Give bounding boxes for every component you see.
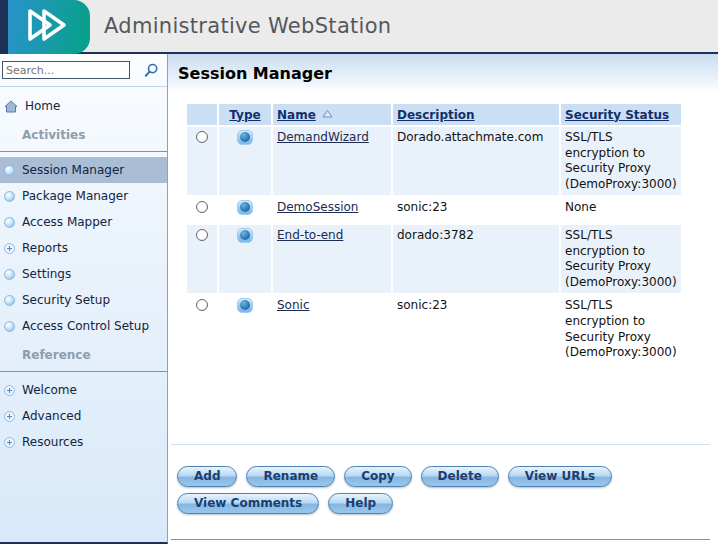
sidebar-item-package-manager[interactable]: Package Manager bbox=[0, 183, 167, 209]
table-row: DemandWizard Dorado.attachmate.com SSL/T… bbox=[187, 127, 681, 195]
rename-button[interactable]: Rename bbox=[246, 466, 335, 487]
session-description: Dorado.attachmate.com bbox=[393, 127, 559, 195]
session-security-status: SSL/TLS encryption to Security Proxy (De… bbox=[561, 127, 681, 195]
sidebar-item-resources[interactable]: Resources bbox=[0, 429, 167, 455]
session-type-icon bbox=[237, 228, 253, 243]
sort-ascending-icon bbox=[322, 107, 333, 121]
sidebar-nav: Home Activities Session Manager Package … bbox=[0, 87, 167, 455]
app-header: Administrative WebStation bbox=[0, 0, 718, 54]
sidebar-item-settings[interactable]: Settings bbox=[0, 261, 167, 287]
session-security-status: None bbox=[561, 197, 681, 223]
expand-plus-icon[interactable] bbox=[4, 437, 15, 448]
sidebar-item-label: Access Control Setup bbox=[22, 319, 149, 333]
sidebar-item-label: Session Manager bbox=[22, 163, 124, 177]
bullet-icon bbox=[4, 321, 15, 332]
expand-plus-icon[interactable] bbox=[4, 243, 15, 254]
row-select-radio[interactable] bbox=[196, 201, 208, 213]
select-column-header bbox=[187, 104, 217, 125]
session-security-status: SSL/TLS encryption to Security Proxy (De… bbox=[561, 295, 681, 363]
sidebar-item-label: Reports bbox=[22, 241, 68, 255]
column-header-name[interactable]: Name bbox=[273, 104, 391, 125]
table-row: Sonic sonic:23 SSL/TLS encryption to Sec… bbox=[187, 295, 681, 363]
bullet-icon bbox=[4, 191, 15, 202]
view-comments-button[interactable]: View Comments bbox=[177, 493, 319, 514]
session-type-icon bbox=[237, 200, 253, 215]
expand-plus-icon[interactable] bbox=[4, 411, 15, 422]
table-row: End-to-end dorado:3782 SSL/TLS encryptio… bbox=[187, 225, 681, 293]
sidebar-item-reports[interactable]: Reports bbox=[0, 235, 167, 261]
sidebar: Home Activities Session Manager Package … bbox=[0, 54, 168, 544]
table-header-row: Type Name Description Security Status bbox=[187, 104, 681, 125]
sidebar-section-reference: Reference bbox=[0, 339, 167, 372]
view-urls-button[interactable]: View URLs bbox=[508, 466, 612, 487]
session-name-link[interactable]: DemoSession bbox=[277, 200, 358, 214]
page-title-band: Session Manager bbox=[168, 54, 718, 92]
sidebar-item-security-setup[interactable]: Security Setup bbox=[0, 287, 167, 313]
search-bar bbox=[0, 54, 167, 87]
main-content: Session Manager Type Name bbox=[168, 54, 718, 544]
header-left-accent bbox=[0, 0, 8, 54]
page-title: Session Manager bbox=[178, 64, 718, 83]
session-security-status: SSL/TLS encryption to Security Proxy (De… bbox=[561, 225, 681, 293]
divider-bottom bbox=[171, 539, 710, 540]
help-button[interactable]: Help bbox=[328, 493, 393, 514]
sidebar-item-access-control-setup[interactable]: Access Control Setup bbox=[0, 313, 167, 339]
row-select-radio[interactable] bbox=[196, 229, 208, 241]
table-row: DemoSession sonic:23 None bbox=[187, 197, 681, 223]
sidebar-item-label: Home bbox=[25, 99, 60, 113]
sidebar-item-welcome[interactable]: Welcome bbox=[0, 377, 167, 403]
search-button[interactable] bbox=[144, 63, 159, 78]
add-button[interactable]: Add bbox=[177, 466, 237, 487]
session-name-link[interactable]: DemandWizard bbox=[277, 130, 369, 144]
session-type-icon bbox=[237, 298, 253, 313]
bullet-icon bbox=[4, 217, 15, 228]
row-select-radio[interactable] bbox=[196, 299, 208, 311]
action-buttons: Add Rename Copy Delete View URLs View Co… bbox=[177, 466, 697, 514]
bullet-icon bbox=[4, 165, 15, 176]
search-input[interactable] bbox=[2, 61, 130, 79]
sidebar-item-label: Package Manager bbox=[22, 189, 128, 203]
session-table: Type Name Description Security Status bbox=[185, 102, 718, 366]
bullet-icon bbox=[4, 295, 15, 306]
row-select-radio[interactable] bbox=[196, 131, 208, 143]
search-icon bbox=[144, 66, 159, 81]
column-header-security-status[interactable]: Security Status bbox=[561, 104, 681, 125]
divider-above-buttons bbox=[171, 444, 710, 445]
bullet-icon bbox=[4, 269, 15, 280]
session-name-link[interactable]: End-to-end bbox=[277, 228, 343, 242]
home-icon bbox=[4, 100, 18, 113]
copy-button[interactable]: Copy bbox=[344, 466, 411, 487]
brand-logo bbox=[8, 0, 90, 54]
column-header-description[interactable]: Description bbox=[393, 104, 559, 125]
delete-button[interactable]: Delete bbox=[421, 466, 499, 487]
app-title: Administrative WebStation bbox=[104, 14, 391, 38]
session-type-icon bbox=[237, 130, 253, 145]
session-description: dorado:3782 bbox=[393, 225, 559, 293]
sidebar-item-label: Security Setup bbox=[22, 293, 110, 307]
sidebar-item-home[interactable]: Home bbox=[0, 93, 167, 119]
fast-forward-chevrons-icon bbox=[23, 6, 75, 48]
expand-plus-icon[interactable] bbox=[4, 385, 15, 396]
column-header-type[interactable]: Type bbox=[219, 104, 271, 125]
sidebar-item-advanced[interactable]: Advanced bbox=[0, 403, 167, 429]
sidebar-item-label: Settings bbox=[22, 267, 71, 281]
administrative-webstation-window: Administrative WebStation bbox=[0, 0, 718, 546]
session-description: sonic:23 bbox=[393, 295, 559, 363]
sidebar-item-label: Welcome bbox=[22, 383, 77, 397]
session-name-link[interactable]: Sonic bbox=[277, 298, 310, 312]
sidebar-item-access-mapper[interactable]: Access Mapper bbox=[0, 209, 167, 235]
sidebar-item-session-manager[interactable]: Session Manager bbox=[0, 157, 167, 183]
session-description: sonic:23 bbox=[393, 197, 559, 223]
sidebar-item-label: Resources bbox=[22, 435, 83, 449]
sidebar-section-activities: Activities bbox=[0, 119, 167, 152]
sidebar-item-label: Access Mapper bbox=[22, 215, 112, 229]
sidebar-item-label: Advanced bbox=[22, 409, 81, 423]
